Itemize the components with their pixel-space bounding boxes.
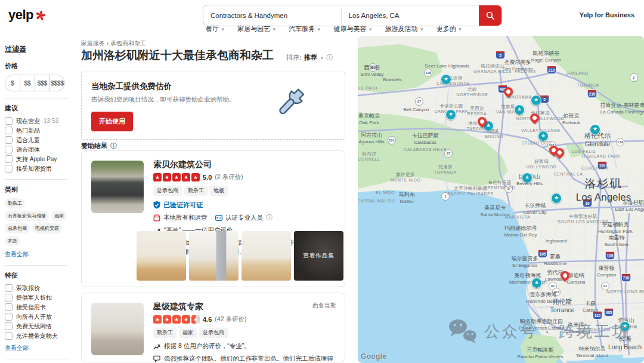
sort-control[interactable]: 排序: 推荐 ∨ ⓘ [286,53,333,62]
view-portfolio-tile[interactable]: 查看作品集 [294,231,343,281]
feature-checkbox-row[interactable]: 提供军人折扣 [5,294,68,302]
rating-value: 5.0 [203,174,212,181]
nav-item[interactable]: 汽车服务∨ [289,24,320,33]
checkbox[interactable] [5,322,13,330]
category-pill[interactable]: 石膏板安装与维修 [5,211,49,221]
checkbox[interactable] [5,284,13,292]
features-see-all-link[interactable]: 查看全部 [5,344,68,352]
gallery-photo-kitchen[interactable] [189,231,239,281]
suggestion-checkbox-row[interactable]: 热门新品 [5,127,68,134]
category-pill[interactable]: 电视机安装 [32,223,62,233]
categories-see-all-link[interactable]: 查看全部 [5,250,68,259]
suggestion-checkbox-row[interactable]: 现在营业13:53 [5,117,68,125]
business-thumbnail[interactable] [91,161,144,213]
suggestion-checkbox-row[interactable]: 接受加密货币 [5,165,68,173]
checkbox[interactable] [5,294,13,302]
filters-title: 过滤器 [5,44,68,54]
business-thumbnail[interactable] [91,303,144,355]
suggestion-checkbox-row[interactable]: 适合儿童 [5,136,68,144]
map-pin-teal[interactable]: ★ [620,321,630,332]
review-count: (2 条评价) [215,173,243,182]
business-name-link[interactable]: 星级建筑专家 [153,302,203,312]
category-pills: 勤杂工石膏板安装与维修画家总承包商电视机安装木匠 [5,198,68,246]
category-pill[interactable]: 画家 [51,211,67,221]
checkbox[interactable] [5,146,13,153]
category-pill[interactable]: 勤杂工 [5,198,25,208]
search-button[interactable] [479,5,501,26]
nav-item[interactable]: 健康与美容∨ [333,24,371,33]
category-pill[interactable]: 总承包商 [5,223,30,233]
category-tag[interactable]: 勤杂工 [153,328,177,338]
listing-card-sobel[interactable]: 索贝尔建筑公司 ★★★★★ 5.0 (2 条评价) 总承包商勤杂工地板 已验证许… [81,150,345,287]
star-icon: ★ [172,173,181,182]
map-pin-teal[interactable]: ★ [514,104,525,115]
search-input[interactable]: Contractors & Handymen [203,5,341,26]
divider [5,359,68,359]
category-pill[interactable]: 木匠 [5,236,20,246]
checkbox[interactable] [5,303,13,311]
breadcrumb-home-services[interactable]: 家庭服务 [81,40,105,47]
feature-checkbox-row[interactable]: 接受信用卡 [5,303,68,311]
feature-label: 向所有人开放 [16,313,52,321]
star-icon: ★ [182,173,190,182]
info-icon: ⓘ [326,53,333,62]
review-snippet-text: 强烈推荐这个团队。他们的工作非常出色。他们完工后清理得干干净净，工作井然有序，而… [164,354,336,363]
free-estimate-banner: 当地杂工提供免费估价 告诉我们您的项目情况，即可获得赞助企业的帮助。 开始使用 [81,72,345,140]
divider [5,265,68,266]
feature-checkbox-row[interactable]: 免费无线网络 [5,322,68,330]
feature-checkbox-row[interactable]: 允许携带宠物犬 [5,332,68,340]
category-tag[interactable]: 总承包商 [199,328,228,338]
rating-value: 4.6 [203,316,212,323]
yelp-for-business-link[interactable]: Yelp for Business [580,11,634,19]
feature-checkbox-row[interactable]: 索取报价 [5,284,68,292]
map[interactable]: 西米谷Simi ValleyBrandeisLE PATHDeer Lake H… [358,36,644,363]
checkbox[interactable] [5,155,13,163]
star-icon: ★ [182,315,190,324]
gallery-photo-room[interactable] [242,231,291,281]
categories-section-label: 类别 [5,185,68,194]
map-pin-teal[interactable]: ★ [445,109,456,120]
nav-item[interactable]: 餐厅∨ [206,24,224,33]
checkbox[interactable] [5,332,13,340]
location-input[interactable]: Los Angeles, CA [342,5,479,26]
map-pin-teal[interactable]: ★ [531,278,542,288]
category-tag[interactable]: 画家 [179,328,197,338]
category-tag[interactable]: 总承包商 [153,186,182,196]
checkbox[interactable] [5,165,13,173]
feature-label: 允许携带宠物犬 [16,332,58,340]
shield-check-icon [153,201,160,209]
get-started-button[interactable]: 开始使用 [91,112,133,131]
checkbox[interactable] [5,117,13,125]
price-option[interactable]: $$ [20,75,35,91]
price-option[interactable]: $ [5,75,20,91]
suggestion-checkbox-row[interactable]: 适合团体 [5,146,68,153]
category-tag[interactable]: 勤杂工 [184,186,208,196]
checkbox[interactable] [5,127,13,134]
feature-checkbox-row[interactable]: 向所有人开放 [5,313,68,321]
map-pin-teal[interactable]: ★ [590,124,600,135]
nav-item[interactable]: 更多的∨ [436,24,462,33]
yelp-logo-text: yelp [8,7,33,23]
price-option[interactable]: $$$ [35,75,49,91]
map-pin-teal[interactable]: ★ [538,131,549,141]
checkbox[interactable] [5,313,13,321]
breadcrumb-contractors[interactable]: 承包商和杂工 [110,40,146,47]
suggestions-list: 现在营业13:53热门新品适合儿童适合团体支持 Apple Pay接受加密货币 [5,117,68,173]
map-pin-teal[interactable]: ★ [531,95,541,106]
nav-item[interactable]: 家居与园艺∨ [237,24,275,33]
gallery-photo-living-room[interactable] [137,231,186,281]
star-rating: ★★★★★ [153,173,200,182]
category-tag[interactable]: 地板 [210,186,228,196]
map-pin-teal[interactable]: ★ [441,74,451,85]
business-name-link[interactable]: 索贝尔建筑公司 [153,159,212,169]
rating-row: ★★★★★ 4.6 (42 条评价) [153,315,336,324]
map-pin-teal[interactable]: ★ [522,173,532,183]
listing-card-star-builders[interactable]: 星级建筑专家 西亚当斯 ★★★★★ 4.6 (42 条评价) 勤杂工画家总承包商… [81,293,345,362]
chevron-down-icon: ∨ [420,27,423,32]
yelp-logo[interactable]: yelp [8,7,47,23]
suggestion-checkbox-row[interactable]: 支持 Apple Pay [5,155,68,163]
checkbox[interactable] [5,136,13,144]
price-option[interactable]: $$$$ [49,75,64,91]
map-pin-teal[interactable]: ★ [551,193,562,204]
nav-item[interactable]: 旅游及活动∨ [385,24,423,33]
